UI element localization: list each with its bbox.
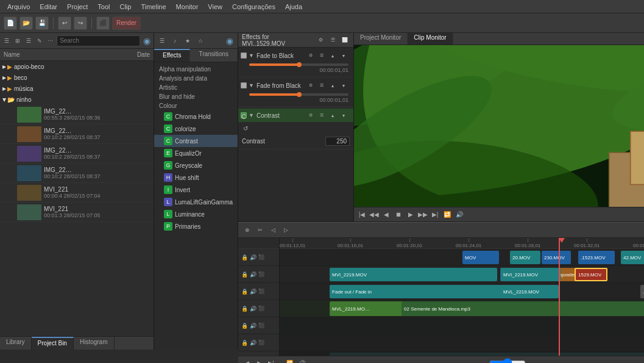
timeline-loop-btn[interactable]: 🔁 bbox=[285, 358, 294, 364]
effect-menu-btn[interactable]: ☰ bbox=[317, 51, 327, 60]
effect-chroma-hold[interactable]: C Chroma Hold bbox=[154, 110, 238, 123]
clip-item[interactable]: IMG_22… 00:55:3 28/02/15 08:36 bbox=[0, 105, 154, 124]
audio-icon[interactable]: 🔊 bbox=[249, 305, 257, 312]
lock-icon[interactable]: 🔒 bbox=[241, 254, 248, 261]
timeline-out-btn[interactable]: ▷ bbox=[280, 225, 291, 235]
timeline-mute-btn[interactable]: 🔊 bbox=[297, 358, 306, 364]
lock-icon[interactable]: 🔒 bbox=[241, 271, 248, 278]
search-input[interactable] bbox=[57, 35, 140, 46]
contrast-refresh-btn[interactable]: ↺ bbox=[241, 123, 250, 133]
effect-greyscale[interactable]: G Greyscale bbox=[154, 159, 238, 171]
track-menu-icon[interactable]: ⬛ bbox=[258, 288, 265, 295]
clip-item[interactable]: MVI_221 00:01:3 28/02/15 07:05 bbox=[0, 203, 154, 222]
timeline-snap-btn[interactable]: ⊕ bbox=[242, 225, 253, 235]
render-button[interactable]: Render bbox=[112, 16, 141, 30]
tab-project-bin[interactable]: Project Bin bbox=[32, 337, 74, 350]
track-clip[interactable]: MOV bbox=[462, 251, 499, 264]
fade-from-black-slider[interactable] bbox=[249, 93, 349, 96]
effects-settings-btn[interactable]: ⚙ bbox=[316, 35, 325, 45]
audio-icon[interactable]: 🔊 bbox=[249, 339, 257, 347]
save-button[interactable]: 💾 bbox=[35, 16, 49, 30]
tab-clip-monitor[interactable]: Clip Monitor bbox=[408, 33, 453, 45]
category-analysis[interactable]: Analysis and data bbox=[154, 74, 238, 83]
tab-transitions[interactable]: Transitions bbox=[190, 49, 238, 62]
track-clip[interactable]: Fade out / Fade in bbox=[330, 285, 518, 298]
menu-monitor[interactable]: Monitor bbox=[171, 2, 203, 12]
tab-library[interactable]: Library bbox=[0, 337, 32, 350]
panel-edit-btn[interactable]: ✎ bbox=[35, 35, 44, 46]
open-button[interactable]: 📂 bbox=[19, 16, 33, 30]
track-clip-audio-long[interactable]: 02 Semente de Mandioca.mp3 bbox=[402, 301, 644, 316]
panel-close-btn[interactable]: ◉ bbox=[142, 35, 151, 46]
track-menu-icon[interactable]: ⬛ bbox=[258, 271, 265, 278]
effect-contrast[interactable]: C Contrast bbox=[154, 135, 238, 147]
clip-item[interactable]: IMG_22… 00:10:2 28/02/15 08:37 bbox=[0, 124, 154, 144]
effect-luma[interactable]: L LumaLiftGainGamma bbox=[154, 196, 238, 208]
timeline-next-btn[interactable]: ▶| bbox=[266, 358, 276, 364]
track-clip[interactable]: 42.MOV bbox=[621, 251, 644, 264]
undo-button[interactable]: ↩ bbox=[58, 16, 71, 30]
timeline-vol-slider[interactable] bbox=[489, 360, 526, 364]
track-menu-icon[interactable]: ⬛ bbox=[258, 322, 265, 329]
menu-tool[interactable]: Tool bbox=[93, 2, 115, 12]
step-fwd-btn[interactable]: ▶▶ bbox=[417, 209, 428, 220]
category-artistic[interactable]: Artistic bbox=[154, 83, 238, 92]
prev-btn[interactable]: |◀ bbox=[356, 209, 367, 220]
tab-project-monitor[interactable]: Project Monitor bbox=[354, 33, 408, 45]
track-clip[interactable]: MVI_2219.MOV bbox=[330, 268, 497, 281]
audio-icon[interactable]: 🔊 bbox=[249, 322, 257, 329]
loop-btn[interactable]: 🔁 bbox=[442, 209, 453, 220]
effects-star2-btn[interactable]: ☆ bbox=[195, 35, 206, 46]
menu-clip[interactable]: Clip bbox=[115, 2, 136, 12]
effect-settings-btn[interactable]: ⚙ bbox=[306, 81, 316, 90]
effect-hue[interactable]: H Hue shift bbox=[154, 171, 238, 184]
track-clip[interactable]: …Gain bbox=[640, 285, 644, 298]
lock-icon[interactable]: 🔒 bbox=[241, 339, 248, 347]
effect-settings-btn[interactable]: ⚙ bbox=[306, 110, 316, 120]
effect-up-btn[interactable]: ▲ bbox=[328, 81, 338, 90]
audio-icon[interactable]: 🔊 bbox=[249, 288, 257, 295]
stop-btn[interactable]: ⏹ bbox=[393, 209, 404, 220]
effects-expand-btn[interactable]: ⬜ bbox=[340, 35, 350, 45]
effect-invert[interactable]: I Invert bbox=[154, 184, 238, 196]
effect-menu-btn[interactable]: ☰ bbox=[317, 81, 327, 90]
fade-from-black-checkbox[interactable] bbox=[241, 82, 247, 88]
track-menu-icon[interactable]: ⬛ bbox=[258, 339, 265, 347]
effect-down-btn[interactable]: ▼ bbox=[339, 51, 349, 60]
folder-apoio-beco[interactable]: ▶ ▶ apoio-beco bbox=[0, 61, 154, 72]
track-clip-selected[interactable]: 1529.MOV bbox=[575, 268, 607, 281]
menu-arquivo[interactable]: Arquivo bbox=[2, 2, 35, 12]
effect-menu-btn[interactable]: ☰ bbox=[317, 110, 327, 120]
tab-histogram[interactable]: Histogram bbox=[74, 337, 115, 350]
panel-more-btn[interactable]: ⋯ bbox=[46, 35, 55, 46]
fade-to-black-slider[interactable] bbox=[249, 63, 349, 66]
effects-menu-btn[interactable]: ☰ bbox=[328, 35, 338, 45]
contrast-header[interactable]: C ▼ Contrast ⚙ ☰ ▲ ▼ bbox=[238, 109, 353, 122]
track-clip[interactable]: MVI_2219.MOV bbox=[501, 268, 561, 281]
effect-primaries[interactable]: P Primaries bbox=[154, 220, 238, 232]
category-alpha[interactable]: Alpha manipulation bbox=[154, 65, 238, 74]
fade-to-black-checkbox[interactable] bbox=[241, 52, 247, 59]
menu-view[interactable]: View bbox=[203, 2, 227, 12]
timeline-play-btn[interactable]: ▶ bbox=[254, 358, 264, 364]
effects-close-btn[interactable]: ◉ bbox=[224, 35, 235, 46]
track-menu-icon[interactable]: ⬛ bbox=[258, 254, 265, 261]
lock-icon[interactable]: 🔒 bbox=[241, 322, 248, 329]
effect-down-btn[interactable]: ▼ bbox=[339, 110, 349, 120]
timeline-in-btn[interactable]: ◁ bbox=[267, 225, 278, 235]
timeline-main[interactable]: 00:01:12,01 00:01:16,01 00:01:20,01 bbox=[280, 238, 644, 356]
folder-ninho[interactable]: ▶ 📂 ninho bbox=[0, 94, 154, 105]
lock-icon[interactable]: 🔒 bbox=[241, 305, 248, 312]
effect-equaliz[interactable]: E EqualizOr bbox=[154, 147, 238, 159]
menu-ajuda[interactable]: Ajuda bbox=[280, 2, 307, 12]
track-clip[interactable]: 20.MOV bbox=[510, 251, 540, 264]
audio-icon[interactable]: 🔊 bbox=[249, 271, 257, 278]
fade-from-black-header[interactable]: ▼ Fade from Black ⚙ ☰ ▲ ▼ bbox=[238, 79, 353, 92]
track-clip[interactable]: .1523.MOV bbox=[578, 251, 615, 264]
effect-up-btn[interactable]: ▲ bbox=[328, 110, 338, 120]
track-menu-icon[interactable]: ⬛ bbox=[258, 305, 265, 312]
contrast-checkbox[interactable]: C bbox=[241, 112, 247, 118]
effects-star-btn[interactable]: ★ bbox=[182, 35, 193, 46]
new-button[interactable]: 📄 bbox=[4, 16, 17, 30]
menu-project[interactable]: Project bbox=[62, 2, 93, 12]
